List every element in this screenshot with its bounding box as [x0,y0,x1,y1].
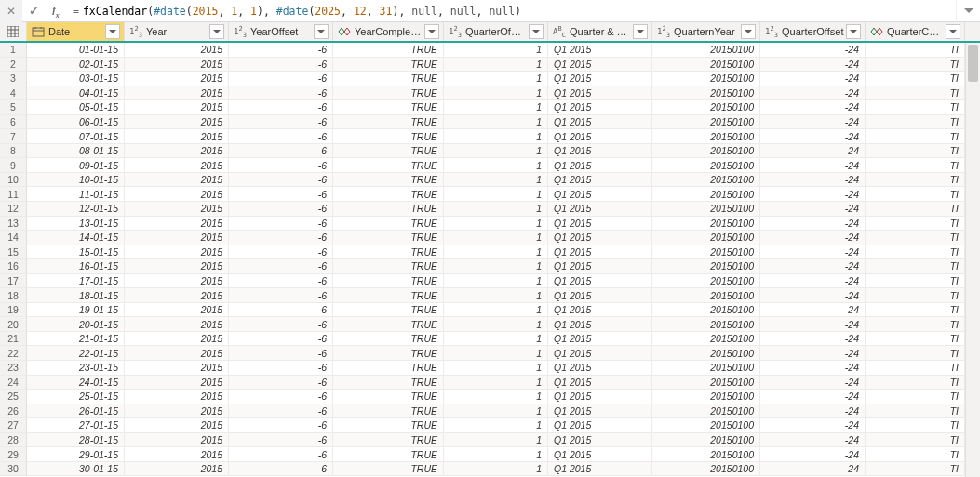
cell-YearOffset[interactable]: -6 [229,447,333,461]
table-row[interactable]: 808-01-152015-6TRUE1Q1 201520150100-24TI [0,144,980,159]
cell-QuarterAndYear[interactable]: Q1 2015 [548,303,652,317]
table-row[interactable]: 1111-01-152015-6TRUE1Q1 201520150100-24T… [0,187,980,202]
cell-QuarterOffset[interactable]: -24 [760,202,866,216]
cell-QuarterOffset[interactable]: -24 [760,418,866,432]
table-row[interactable]: 1515-01-152015-6TRUE1Q1 201520150100-24T… [0,245,980,260]
cell-YearCompleted[interactable]: TRUE [333,173,444,187]
expand-formula-button[interactable] [956,0,980,22]
cell-Year[interactable]: 2015 [125,187,229,201]
table-row[interactable]: 2222-01-152015-6TRUE1Q1 201520150100-24T… [0,346,980,361]
cell-Year[interactable]: 2015 [125,43,229,57]
cell-YearOffset[interactable]: -6 [229,317,333,331]
select-all-corner[interactable] [0,22,27,41]
cell-Date[interactable]: 08-01-15 [27,144,125,158]
cell-YearCompleted[interactable]: TRUE [333,376,444,390]
cell-QuarterOfYear[interactable]: 1 [444,231,548,245]
cell-QuarternYear[interactable]: 20150100 [652,346,760,360]
table-row[interactable]: 505-01-152015-6TRUE1Q1 201520150100-24TI [0,100,980,115]
cell-QuarternYear[interactable]: 20150100 [652,72,760,86]
cell-QuarterOfYear[interactable]: 1 [444,433,548,447]
cell-QuarternYear[interactable]: 20150100 [652,259,760,273]
cell-QuarterOffset[interactable]: -24 [760,217,866,231]
cell-QuarterCompleted[interactable]: TI [866,187,965,201]
cell-Year[interactable]: 2015 [125,144,229,158]
cell-YearOffset[interactable]: -6 [229,187,333,201]
cell-YearOffset[interactable]: -6 [229,418,333,432]
cell-QuarternYear[interactable]: 20150100 [652,376,760,390]
table-row[interactable]: 2828-01-152015-6TRUE1Q1 201520150100-24T… [0,433,980,448]
commit-button[interactable] [22,0,45,22]
cell-QuarterAndYear[interactable]: Q1 2015 [548,86,652,100]
row-number[interactable]: 10 [0,173,27,187]
cell-QuarterAndYear[interactable]: Q1 2015 [548,346,652,360]
cell-QuarterCompleted[interactable]: TI [866,115,965,129]
cell-YearOffset[interactable]: -6 [229,58,333,72]
cell-QuarterAndYear[interactable]: Q1 2015 [548,404,652,418]
cell-QuarterCompleted[interactable]: TI [866,202,965,216]
scrollbar-thumb[interactable] [968,45,978,82]
row-number[interactable]: 27 [0,418,27,432]
cell-YearOffset[interactable]: -6 [229,72,333,86]
cell-QuarterAndYear[interactable]: Q1 2015 [548,144,652,158]
table-row[interactable]: 2323-01-152015-6TRUE1Q1 201520150100-24T… [0,361,980,376]
cell-QuarternYear[interactable]: 20150100 [652,231,760,245]
cell-Year[interactable]: 2015 [125,462,229,476]
cell-QuarterAndYear[interactable]: Q1 2015 [548,58,652,72]
cell-QuarterAndYear[interactable]: Q1 2015 [548,231,652,245]
row-number[interactable]: 8 [0,144,27,158]
row-number[interactable]: 28 [0,433,27,447]
table-row[interactable]: 2525-01-152015-6TRUE1Q1 201520150100-24T… [0,390,980,404]
cell-YearCompleted[interactable]: TRUE [333,115,444,129]
cell-QuarterOffset[interactable]: -24 [760,58,866,72]
cell-YearCompleted[interactable]: TRUE [333,100,444,114]
type-icon-int[interactable]: 123 [128,25,143,38]
cell-YearOffset[interactable]: -6 [229,245,333,259]
cell-QuarterOffset[interactable]: -24 [760,187,866,201]
cell-QuarternYear[interactable]: 20150100 [652,317,760,331]
cell-QuarterOfYear[interactable]: 1 [444,332,548,346]
cell-QuarterOffset[interactable]: -24 [760,231,866,245]
cell-QuarterOffset[interactable]: -24 [760,390,866,404]
cell-QuarterCompleted[interactable]: TI [866,217,965,231]
column-header-QuarternYear[interactable]: 123QuarternYear [652,22,760,41]
row-number[interactable]: 19 [0,303,27,317]
table-row[interactable]: 1212-01-152015-6TRUE1Q1 201520150100-24T… [0,202,980,217]
table-row[interactable]: 303-01-152015-6TRUE1Q1 201520150100-24TI [0,72,980,86]
column-header-QuarterCompleted[interactable]: QuarterCompleted [866,22,965,41]
cell-Date[interactable]: 21-01-15 [27,332,125,346]
cell-QuarterOffset[interactable]: -24 [760,100,866,114]
cell-QuarterCompleted[interactable]: TI [866,72,965,86]
cell-QuarternYear[interactable]: 20150100 [652,447,760,461]
cell-QuarterOfYear[interactable]: 1 [444,245,548,259]
cell-QuarterCompleted[interactable]: TI [866,404,965,418]
cell-QuarterCompleted[interactable]: TI [866,173,965,187]
table-row[interactable]: 2626-01-152015-6TRUE1Q1 201520150100-24T… [0,404,980,419]
cell-YearOffset[interactable]: -6 [229,376,333,390]
cell-QuarterAndYear[interactable]: Q1 2015 [548,376,652,390]
column-filter-button[interactable] [314,24,329,39]
row-number[interactable]: 9 [0,158,27,172]
cell-YearOffset[interactable]: -6 [229,144,333,158]
cancel-button[interactable] [0,0,22,22]
cell-QuarterCompleted[interactable]: TI [866,317,965,331]
cell-Year[interactable]: 2015 [125,100,229,114]
table-row[interactable]: 909-01-152015-6TRUE1Q1 201520150100-24TI [0,158,980,173]
cell-QuarterAndYear[interactable]: Q1 2015 [548,72,652,86]
cell-QuarterAndYear[interactable]: Q1 2015 [548,43,652,57]
table-row[interactable]: 101-01-152015-6TRUE1Q1 201520150100-24TI [0,43,980,58]
cell-QuarterOfYear[interactable]: 1 [444,274,548,288]
cell-Date[interactable]: 02-01-15 [27,58,125,72]
table-row[interactable]: 1313-01-152015-6TRUE1Q1 201520150100-24T… [0,217,980,232]
column-filter-button[interactable] [105,24,120,39]
cell-Date[interactable]: 06-01-15 [27,115,125,129]
cell-Date[interactable]: 18-01-15 [27,288,125,302]
cell-Date[interactable]: 01-01-15 [27,43,125,57]
row-number[interactable]: 11 [0,187,27,201]
row-number[interactable]: 14 [0,231,27,245]
column-header-QuarterOfYear[interactable]: 123QuarterOfYear [444,22,548,41]
type-icon-int[interactable]: 123 [448,25,463,38]
row-number[interactable]: 6 [0,115,27,129]
cell-QuarterOfYear[interactable]: 1 [444,404,548,418]
table-row[interactable]: 1010-01-152015-6TRUE1Q1 201520150100-24T… [0,173,980,188]
cell-QuarternYear[interactable]: 20150100 [652,404,760,418]
